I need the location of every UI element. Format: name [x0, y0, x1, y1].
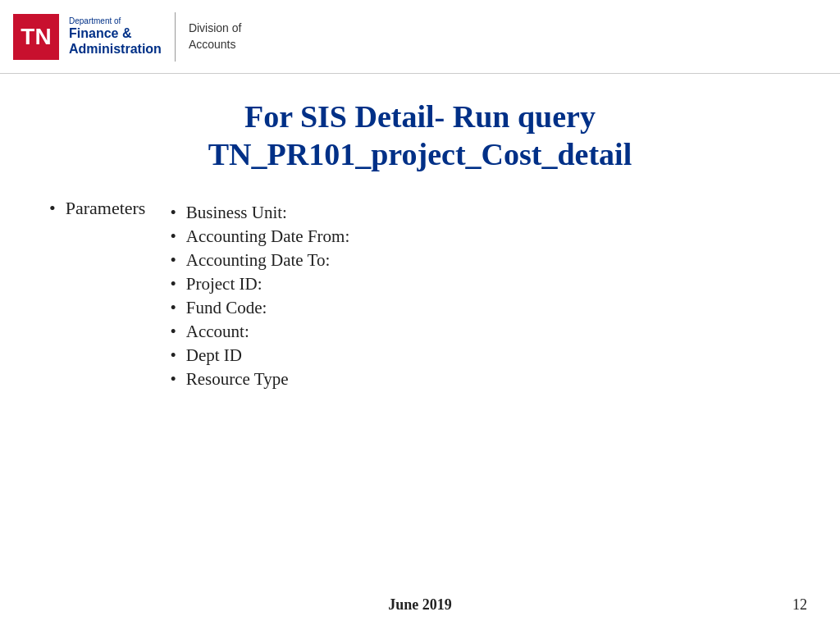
list-item: Business Unit: — [170, 203, 349, 223]
header-divider — [175, 12, 176, 62]
sub-bullet-list: Business Unit: Accounting Date From: Acc… — [170, 203, 349, 393]
list-item: Resource Type — [170, 369, 349, 390]
main-content: For SIS Detail- Run query TN_PR101_proje… — [0, 74, 840, 393]
main-bullet-list: Parameters Business Unit: Accounting Dat… — [49, 198, 791, 393]
tn-logo-icon: TN — [13, 14, 59, 60]
list-item: Account: — [170, 322, 349, 342]
slide: TN Department of Finance & Administratio… — [0, 0, 840, 630]
slide-title: For SIS Detail- Run query TN_PR101_proje… — [49, 98, 791, 173]
list-item: Parameters Business Unit: Accounting Dat… — [49, 198, 791, 393]
list-item: Accounting Date To: — [170, 250, 349, 271]
dept-top-label: Department of — [69, 16, 162, 25]
header: TN Department of Finance & Administratio… — [0, 0, 840, 74]
list-item: Accounting Date From: — [170, 226, 349, 247]
logo-block: TN Department of Finance & Administratio… — [13, 14, 162, 60]
department-name: Department of Finance & Administration — [69, 16, 162, 57]
footer-date: June 2019 — [388, 596, 452, 614]
list-item: Project ID: — [170, 274, 349, 294]
footer-page-number: 12 — [792, 596, 807, 614]
dept-main-label: Finance & Administration — [69, 25, 162, 57]
list-item: Fund Code: — [170, 298, 349, 318]
division-name: Division ofAccounts — [189, 21, 242, 52]
footer: June 2019 12 — [0, 596, 840, 614]
list-item: Dept ID — [170, 345, 349, 366]
